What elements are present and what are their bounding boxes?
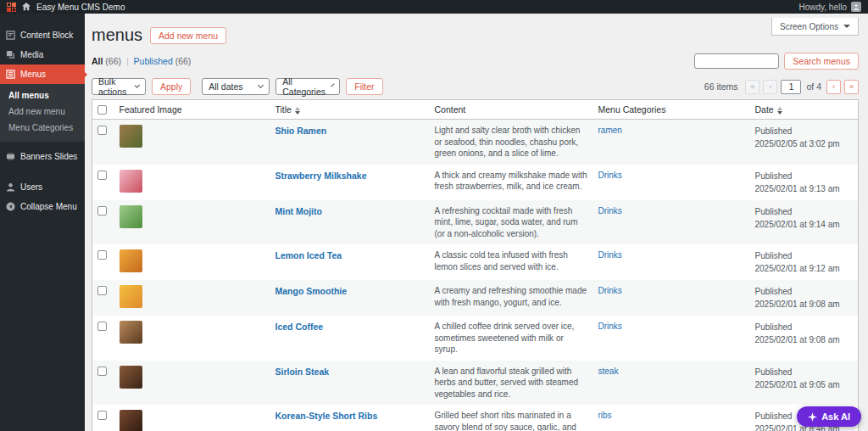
table-row: Mint Mojito A refreshing cocktail made w…	[92, 200, 859, 245]
sidebar-item-label: Content Block	[20, 31, 73, 40]
screen-options-button[interactable]: Screen Options	[771, 18, 859, 36]
featured-image-thumb[interactable]	[120, 249, 142, 272]
menu-category-link[interactable]: Drinks	[598, 286, 622, 295]
search-menus-button[interactable]: Search menus	[784, 53, 859, 70]
site-name-link[interactable]: Easy Menu CMS Demo	[36, 3, 125, 12]
all-categories-label: All Categories	[282, 76, 326, 97]
menu-title-link[interactable]: Shio Ramen	[275, 126, 327, 136]
all-dates-select[interactable]: All dates	[202, 78, 270, 95]
first-page-button[interactable]: «	[745, 80, 760, 94]
featured-image-thumb[interactable]	[120, 125, 142, 148]
row-checkbox[interactable]	[97, 411, 107, 420]
total-pages-label: of 4	[806, 81, 821, 92]
search-input[interactable]	[694, 53, 779, 69]
row-checkbox[interactable]	[97, 286, 107, 295]
row-checkbox[interactable]	[97, 250, 107, 260]
table-row: Mango Smoothie A creamy and refreshing s…	[92, 280, 859, 316]
menu-title-link[interactable]: Iced Coffee	[275, 322, 324, 332]
menu-category-link[interactable]: Drinks	[598, 322, 622, 331]
filter-button[interactable]: Filter	[346, 78, 382, 95]
add-new-menu-button[interactable]: Add new menu	[150, 27, 226, 44]
featured-image-thumb[interactable]	[120, 205, 142, 228]
ask-ai-label: Ask AI	[821, 411, 850, 422]
ask-ai-button[interactable]: Ask AI	[797, 406, 861, 427]
row-checkbox[interactable]	[97, 171, 107, 180]
submenu-item-menu-categories[interactable]: Menu Categories	[0, 120, 85, 136]
menu-content-text: A thick and creamy milkshake made with f…	[435, 171, 587, 192]
view-all-count: (66)	[105, 56, 121, 66]
menu-category-link[interactable]: ribs	[598, 411, 612, 420]
featured-image-thumb[interactable]	[120, 285, 142, 308]
submenu-item-all-menus[interactable]: All menus	[0, 87, 85, 104]
featured-image-thumb[interactable]	[120, 321, 142, 344]
menu-title-link[interactable]: Mint Mojito	[275, 206, 322, 216]
status-text: Published	[755, 249, 854, 262]
row-checkbox[interactable]	[97, 367, 107, 376]
menu-category-link[interactable]: steak	[598, 367, 619, 376]
menu-content-text: Grilled beef short ribs marinated in a s…	[435, 411, 577, 431]
date-text: 2025/02/05 at 3:02 pm	[755, 137, 854, 150]
sidebar-item-media[interactable]: Media	[0, 45, 85, 64]
column-header-title[interactable]: Title	[270, 100, 430, 120]
row-checkbox[interactable]	[97, 206, 107, 216]
status-text: Published	[755, 205, 854, 218]
menus-list-icon	[6, 70, 15, 79]
submenu-item-add-new-menu[interactable]: Add new menu	[0, 104, 85, 120]
divider: |	[126, 56, 129, 66]
menu-category-link[interactable]: Drinks	[598, 206, 622, 216]
date-text: 2025/02/01 at 9:08 am	[755, 298, 854, 311]
row-checkbox[interactable]	[97, 126, 107, 135]
menu-title-link[interactable]: Mango Smoothie	[275, 286, 348, 296]
users-icon	[6, 182, 15, 192]
view-filter-links: All (66) | Published (66)	[92, 56, 191, 66]
howdy-text[interactable]: Howdy, hello	[798, 3, 847, 12]
menu-category-link[interactable]: Drinks	[598, 171, 622, 180]
admin-sidebar: Content Block Media Menus All menus Add …	[0, 14, 85, 431]
menu-title-link[interactable]: Korean-Style Short Ribs	[275, 411, 378, 421]
all-categories-select[interactable]: All Categories	[275, 78, 340, 95]
menu-category-link[interactable]: Drinks	[598, 250, 622, 260]
user-avatar[interactable]	[851, 2, 861, 12]
media-icon	[6, 50, 15, 59]
menu-content-text: Light and salty clear broth with chicken…	[435, 126, 581, 158]
previous-page-button[interactable]: ‹	[763, 80, 777, 94]
last-page-button[interactable]: »	[844, 80, 859, 94]
sidebar-item-content-block[interactable]: Content Block	[0, 25, 85, 45]
menu-category-link[interactable]: ramen	[598, 126, 622, 135]
row-checkbox[interactable]	[97, 322, 107, 331]
sidebar-item-banners-slides[interactable]: Banners Slides	[0, 147, 85, 166]
sidebar-item-collapse-menu[interactable]: Collapse Menu	[0, 197, 85, 216]
menu-content-text: A creamy and refreshing smoothie made wi…	[435, 286, 587, 307]
home-icon[interactable]	[22, 3, 31, 11]
apply-button[interactable]: Apply	[152, 78, 191, 95]
menu-content-text: A classic cold tea infused with fresh le…	[435, 250, 568, 271]
sidebar-item-menus[interactable]: Menus	[0, 64, 85, 84]
chevron-down-icon	[843, 25, 850, 31]
chevron-down-icon	[135, 82, 140, 87]
bulk-actions-select[interactable]: Bulk actions	[92, 78, 146, 95]
select-all-checkbox[interactable]	[97, 105, 107, 115]
menu-title-link[interactable]: Sirloin Steak	[275, 367, 330, 377]
next-page-button[interactable]: ›	[826, 80, 841, 94]
site-logo-icon[interactable]	[7, 3, 16, 12]
pagination: 66 items « ‹ of 4 › »	[704, 80, 859, 94]
status-text: Published	[755, 366, 854, 378]
view-published-link[interactable]: Published	[134, 56, 173, 66]
column-header-date[interactable]: Date	[750, 100, 859, 120]
featured-image-thumb[interactable]	[120, 410, 142, 431]
featured-image-thumb[interactable]	[120, 366, 142, 389]
menu-title-link[interactable]: Strawberry Milkshake	[275, 171, 367, 181]
current-page-input[interactable]	[781, 80, 801, 94]
column-header-featured-image: Featured Image	[114, 100, 270, 120]
column-header-menu-categories: Menu Categories	[593, 100, 750, 120]
all-dates-label: All dates	[209, 81, 242, 92]
screen-options-label: Screen Options	[780, 22, 838, 31]
status-text: Published	[755, 321, 854, 333]
status-text: Published	[755, 285, 854, 298]
view-all-link[interactable]: All	[92, 56, 103, 66]
menus-table: Featured Image Title Content Menu Catego…	[92, 99, 859, 431]
sidebar-item-users[interactable]: Users	[0, 177, 85, 197]
main-content: Screen Options menus Add new menu All (6…	[85, 14, 868, 431]
featured-image-thumb[interactable]	[120, 170, 142, 193]
menu-title-link[interactable]: Lemon Iced Tea	[275, 250, 342, 260]
